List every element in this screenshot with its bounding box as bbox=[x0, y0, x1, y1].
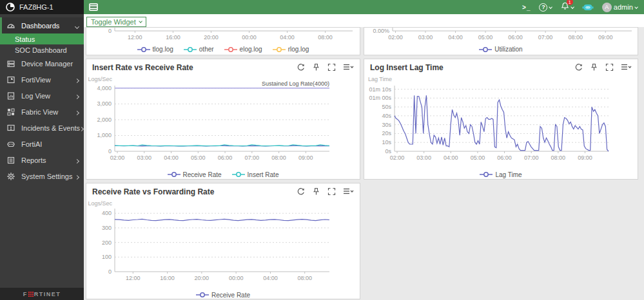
fortinet-logo: F RTINET bbox=[23, 291, 61, 297]
sidebar-item-incidents-events[interactable]: Incidents & Events bbox=[0, 120, 84, 136]
hamburger-menu-icon[interactable] bbox=[89, 3, 98, 11]
fullscreen-icon[interactable] bbox=[327, 63, 336, 71]
pin-icon[interactable] bbox=[312, 187, 320, 196]
legend-marker-icon bbox=[480, 171, 493, 178]
svg-text:04:00: 04:00 bbox=[263, 275, 278, 281]
svg-text:07:00: 07:00 bbox=[538, 34, 553, 41]
sidebar-item-fortiai[interactable]: FortiAI bbox=[0, 136, 84, 152]
chevron-down-icon bbox=[549, 5, 553, 9]
reports-icon bbox=[6, 156, 15, 165]
fullscreen-icon[interactable] bbox=[605, 63, 614, 71]
incidents-events-icon bbox=[6, 124, 15, 133]
svg-text:07:00: 07:00 bbox=[245, 155, 260, 161]
svg-text:04:00: 04:00 bbox=[444, 155, 458, 161]
cli-console-button[interactable]: >_ bbox=[522, 4, 531, 11]
chart-log-insert-lag-time[interactable]: Lag Time0s10s20s30s40s50s01m 00s01m 10s0… bbox=[364, 75, 638, 169]
pin-icon[interactable] bbox=[312, 63, 320, 71]
cli-console-icon: >_ bbox=[522, 4, 531, 11]
legend-item[interactable]: other bbox=[184, 46, 214, 53]
app-window: FAZ8HG-1 Dashboards Status SOC Dashboard bbox=[0, 0, 644, 300]
toggle-widget-button[interactable]: Toggle Widget bbox=[86, 17, 146, 27]
svg-text:50s: 50s bbox=[382, 104, 391, 110]
svg-text:30s: 30s bbox=[382, 122, 391, 128]
legend-item[interactable]: rlog.log bbox=[273, 46, 309, 53]
chart-log-rate[interactable]: 012:0016:0020:0000:0004:0008:00 bbox=[86, 28, 360, 44]
sidebar-item-log-view[interactable]: Log View bbox=[0, 88, 84, 104]
sidebar-item-label: SOC Dashboard bbox=[15, 46, 67, 54]
svg-text:0s: 0s bbox=[385, 148, 391, 155]
sidebar-item-dashboards[interactable]: Dashboards bbox=[0, 17, 84, 33]
chevron-right-icon bbox=[75, 174, 79, 179]
sidebar-item-fortiview[interactable]: FortiView bbox=[0, 71, 84, 88]
svg-text:04:00: 04:00 bbox=[280, 34, 295, 41]
svg-text:100: 100 bbox=[102, 254, 112, 260]
sidebar-item-reports[interactable]: Reports bbox=[0, 152, 84, 168]
svg-text:40s: 40s bbox=[382, 113, 391, 119]
legend-item[interactable]: Receive Rate bbox=[196, 292, 250, 299]
svg-text:09:00: 09:00 bbox=[578, 155, 592, 161]
legend-label: rlog.log bbox=[288, 46, 309, 53]
chart-legend: tlog.logotherelog.logrlog.log bbox=[86, 44, 360, 54]
legend-item[interactable]: Utilization bbox=[479, 46, 522, 53]
legend-item[interactable]: Receive Rate bbox=[168, 171, 222, 178]
chevron-right-icon bbox=[75, 158, 79, 163]
legend-label: elog.log bbox=[240, 46, 262, 53]
sidebar-item-system-settings[interactable]: System Settings bbox=[0, 168, 84, 184]
legend-item[interactable]: tlog.log bbox=[137, 46, 173, 53]
refresh-icon[interactable] bbox=[297, 63, 305, 71]
svg-text:12:00: 12:00 bbox=[128, 34, 142, 41]
refresh-icon[interactable] bbox=[297, 187, 305, 196]
chevron-right-icon bbox=[75, 110, 79, 115]
chevron-down-icon bbox=[75, 24, 79, 28]
sidebar-nav: Dashboards Status SOC Dashboard Device M… bbox=[0, 14, 84, 288]
chart-receive-vs-forwarding[interactable]: Logs/Sec010020030040012:0016:0020:0000:0… bbox=[86, 200, 360, 290]
svg-text:01m 00s: 01m 00s bbox=[369, 95, 391, 101]
widget-menu-icon[interactable] bbox=[343, 187, 354, 196]
fortiai-assistant-button[interactable] bbox=[582, 3, 594, 12]
chart-insert-vs-receive[interactable]: Logs/Sec01,0002,0003,0004,00002:0003:000… bbox=[86, 75, 360, 169]
legend-item[interactable]: Insert Rate bbox=[232, 171, 279, 178]
legend-item[interactable]: Lag Time bbox=[480, 171, 522, 178]
chart-legend: Receive RateInsert Rate bbox=[86, 169, 360, 180]
sidebar-item-label: System Settings bbox=[21, 173, 72, 180]
fortinet-logo-rtinet: RTINET bbox=[34, 291, 61, 297]
svg-text:3,000: 3,000 bbox=[97, 100, 112, 107]
widget-menu-icon[interactable] bbox=[343, 63, 354, 71]
svg-text:02:00: 02:00 bbox=[388, 34, 403, 41]
notifications-menu[interactable]: 1 bbox=[561, 1, 574, 13]
svg-text:2,000: 2,000 bbox=[97, 117, 112, 123]
svg-text:0: 0 bbox=[108, 148, 112, 155]
sidebar-item-status[interactable]: Status bbox=[0, 33, 84, 44]
widget-menu-icon[interactable] bbox=[621, 63, 632, 71]
widget-log-rate-partial: 012:0016:0020:0000:0004:0008:00 tlog.log… bbox=[86, 27, 360, 55]
main-content: Toggle Widget 012:0016:0020:0000:0004:00… bbox=[84, 14, 644, 300]
log-view-icon bbox=[6, 91, 15, 100]
widget-header: Insert Rate vs Receive Rate bbox=[86, 59, 360, 75]
svg-text:02:00: 02:00 bbox=[110, 155, 125, 161]
svg-text:07:00: 07:00 bbox=[524, 155, 539, 161]
sidebar-item-soc-dashboard[interactable]: SOC Dashboard bbox=[0, 44, 84, 55]
chart-legend: Receive Rate bbox=[86, 290, 360, 299]
help-menu[interactable]: ? bbox=[539, 3, 552, 12]
sidebar-item-device-manager[interactable]: Device Manager bbox=[0, 55, 84, 71]
svg-text:05:00: 05:00 bbox=[478, 34, 493, 41]
refresh-icon[interactable] bbox=[574, 63, 583, 71]
widget-utilization-partial: 0.00%02:0003:0004:0005:0006:0007:0008:00… bbox=[364, 27, 638, 55]
pin-icon[interactable] bbox=[590, 63, 598, 71]
svg-text:4,000: 4,000 bbox=[97, 85, 112, 91]
widget-grid: 012:0016:0020:0000:0004:0008:00 tlog.log… bbox=[84, 27, 644, 299]
user-menu[interactable]: A admin bbox=[602, 3, 638, 12]
svg-text:16:00: 16:00 bbox=[166, 34, 181, 41]
svg-text:400: 400 bbox=[102, 210, 112, 216]
svg-text:0: 0 bbox=[108, 268, 112, 275]
chart-utilization[interactable]: 0.00%02:0003:0004:0005:0006:0007:0008:00… bbox=[364, 28, 638, 44]
fabric-view-icon bbox=[6, 108, 15, 117]
chevron-right-icon bbox=[75, 78, 79, 82]
sidebar-item-label: Fabric View bbox=[21, 108, 58, 116]
legend-item[interactable]: elog.log bbox=[224, 46, 262, 53]
widget-title: Receive Rate vs Forwarding Rate bbox=[92, 187, 214, 196]
widget-header: Receive Rate vs Forwarding Rate bbox=[86, 183, 360, 200]
legend-label: Receive Rate bbox=[183, 171, 222, 178]
fullscreen-icon[interactable] bbox=[327, 187, 336, 196]
sidebar-item-fabric-view[interactable]: Fabric View bbox=[0, 104, 84, 120]
